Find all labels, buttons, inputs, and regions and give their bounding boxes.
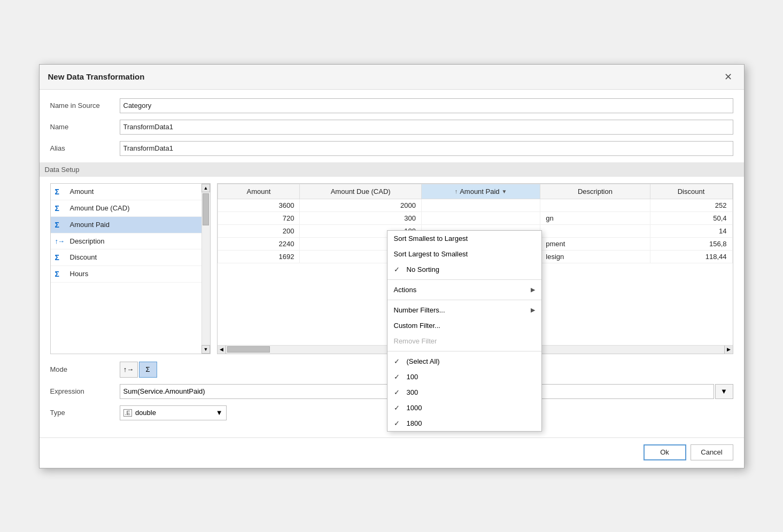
alias-row: Alias: [50, 141, 733, 156]
expression-dropdown-arrow: ▼: [720, 387, 727, 395]
menu-label-val-1000: 1000: [407, 404, 422, 412]
cell-amount-due-1: 2000: [300, 199, 421, 212]
dialog: New Data Transformation ✕ Name in Source…: [39, 64, 745, 468]
field-list-panel: Σ Amount Σ Amount Due (CAD) Σ Amount Pai…: [50, 183, 211, 354]
cell-description-3: [540, 224, 650, 237]
hscroll-thumb[interactable]: [227, 346, 270, 353]
field-list-scrollbar[interactable]: ▲ ▼: [201, 184, 210, 354]
sum-icon-discount: Σ: [55, 253, 66, 262]
table-row: 3600 2000 252: [218, 199, 732, 212]
field-item-amount-paid[interactable]: Σ Amount Paid: [51, 217, 210, 233]
field-item-hours[interactable]: Σ Hours: [51, 266, 210, 283]
cell-amount-paid-1: [421, 199, 540, 212]
menu-item-no-sorting[interactable]: ✓ No Sorting: [387, 262, 541, 277]
dialog-titlebar: New Data Transformation ✕: [40, 65, 744, 90]
ok-button[interactable]: Ok: [644, 444, 686, 460]
menu-item-val-1000[interactable]: ✓ 1000: [387, 400, 541, 416]
field-name-amount-paid: Amount Paid: [70, 221, 110, 229]
data-setup-header: Data Setup: [40, 162, 744, 177]
cancel-button[interactable]: Cancel: [691, 444, 733, 460]
menu-item-sort-smallest[interactable]: Sort Smallest to Largest: [387, 231, 541, 246]
submenu-arrow-filters: ▶: [531, 307, 535, 314]
cell-discount-1: 252: [650, 199, 732, 212]
field-name-amount: Amount: [70, 187, 94, 195]
menu-label-select-all: (Select All): [407, 357, 440, 365]
field-item-discount[interactable]: Σ Discount: [51, 249, 210, 266]
name-in-source-label: Name in Source: [50, 101, 120, 109]
checkmark-no-sorting: ✓: [394, 265, 402, 273]
name-input[interactable]: [120, 120, 733, 135]
scroll-down-arrow[interactable]: ▼: [201, 345, 210, 354]
expression-label: Expression: [50, 387, 120, 395]
col-header-amount-due[interactable]: Amount Due (CAD): [300, 184, 421, 199]
menu-item-actions[interactable]: Actions ▶: [387, 282, 541, 298]
name-label: Name: [50, 123, 120, 131]
menu-item-custom-filter[interactable]: Custom Filter...: [387, 318, 541, 333]
field-name-discount: Discount: [70, 253, 97, 261]
table-row: 720 300 gn 50,4: [218, 212, 732, 224]
cell-discount-4: 156,8: [650, 237, 732, 250]
sort-arrow-icon: ↑: [455, 188, 458, 194]
checkmark-val-300: ✓: [394, 388, 402, 396]
col-header-amount-paid[interactable]: ↑ Amount Paid ▼: [421, 184, 540, 199]
menu-divider-2: [387, 300, 541, 300]
cell-description-4: pment: [540, 237, 650, 250]
menu-item-val-300[interactable]: ✓ 300: [387, 385, 541, 400]
menu-item-val-100[interactable]: ✓ 100: [387, 369, 541, 385]
col-label-amount: Amount: [247, 187, 271, 195]
menu-item-number-filters[interactable]: Number Filters... ▶: [387, 302, 541, 318]
menu-label-val-300: 300: [407, 388, 418, 396]
menu-item-val-1800[interactable]: ✓ 1800: [387, 416, 541, 431]
mode-btn-aggregate[interactable]: Σ: [139, 362, 157, 378]
footer-buttons: Ok Cancel: [40, 437, 744, 468]
checkmark-val-1000: ✓: [394, 404, 402, 412]
dialog-body: Name in Source Name Alias Data Setup Σ A…: [40, 90, 744, 435]
field-list-inner[interactable]: Σ Amount Σ Amount Due (CAD) Σ Amount Pai…: [51, 184, 210, 354]
cell-amount-5: 1692: [218, 250, 300, 263]
col-header-amount[interactable]: Amount: [218, 184, 300, 199]
cell-amount-1: 3600: [218, 199, 300, 212]
mode-btn-transform-icon: ↑→: [123, 365, 134, 373]
checkmark-val-1800: ✓: [394, 419, 402, 427]
scroll-left-arrow[interactable]: ◀: [218, 345, 226, 354]
cell-discount-3: 14: [650, 224, 732, 237]
field-icon-description: ↑→: [55, 237, 66, 245]
checkmark-select-all: ✓: [394, 357, 402, 365]
menu-label-val-100: 100: [407, 373, 418, 381]
col-header-discount[interactable]: Discount: [650, 184, 732, 199]
cell-amount-4: 2240: [218, 237, 300, 250]
field-item-description[interactable]: ↑→ Description: [51, 233, 210, 249]
col-dropdown-arrow[interactable]: ▼: [502, 189, 507, 194]
col-label-description: Description: [578, 187, 613, 195]
cell-amount-2: 720: [218, 212, 300, 224]
dialog-title: New Data Transformation: [48, 72, 145, 81]
menu-item-select-all[interactable]: ✓ (Select All): [387, 354, 541, 369]
field-name-hours: Hours: [70, 270, 89, 278]
menu-label-sort-largest: Sort Largest to Smallest: [394, 250, 468, 258]
close-button[interactable]: ✕: [721, 71, 735, 83]
cell-description-2: gn: [540, 212, 650, 224]
cell-amount-due-2: 300: [300, 212, 421, 224]
field-item-amount[interactable]: Σ Amount: [51, 184, 210, 200]
scroll-thumb[interactable]: [203, 193, 209, 225]
menu-label-remove-filter: Remove Filter: [394, 337, 437, 345]
menu-label-sort-smallest: Sort Smallest to Largest: [394, 234, 468, 242]
menu-item-sort-largest[interactable]: Sort Largest to Smallest: [387, 246, 541, 262]
checkmark-val-100: ✓: [394, 373, 402, 381]
field-item-amount-due[interactable]: Σ Amount Due (CAD): [51, 200, 210, 217]
alias-input[interactable]: [120, 141, 733, 156]
alias-label: Alias: [50, 144, 120, 152]
scroll-right-arrow[interactable]: ▶: [724, 345, 733, 354]
type-select[interactable]: .E double ▼: [120, 405, 227, 420]
scroll-up-arrow[interactable]: ▲: [201, 184, 210, 192]
cell-discount-2: 50,4: [650, 212, 732, 224]
menu-label-val-1800: 1800: [407, 419, 422, 427]
name-in-source-row: Name in Source: [50, 98, 733, 113]
mode-btn-transform[interactable]: ↑→: [120, 362, 138, 378]
name-in-source-input[interactable]: [120, 98, 733, 113]
submenu-arrow-actions: ▶: [531, 286, 535, 293]
col-header-description[interactable]: Description: [540, 184, 650, 199]
menu-divider-3: [387, 351, 541, 351]
expression-dropdown-btn[interactable]: ▼: [715, 384, 733, 399]
field-name-amount-due: Amount Due (CAD): [70, 204, 130, 212]
